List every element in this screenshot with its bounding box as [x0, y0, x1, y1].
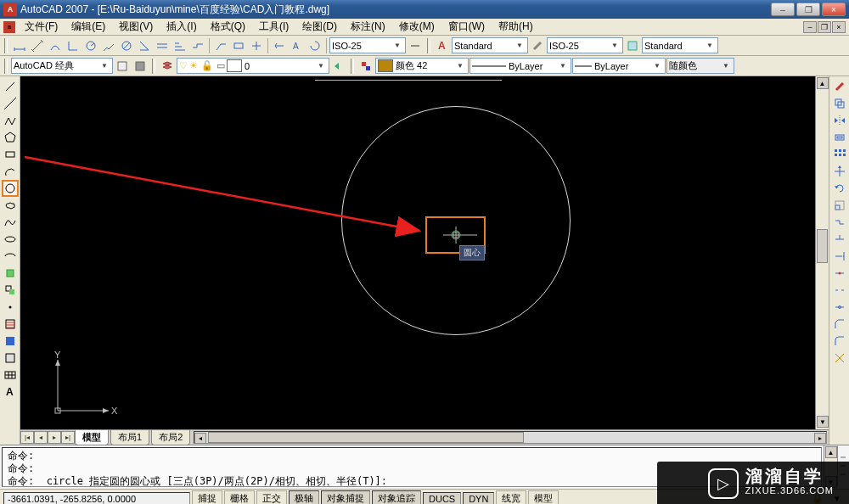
toolbar-gripper-2[interactable]: [427, 38, 430, 53]
tab-layout2[interactable]: 布局2: [151, 430, 190, 445]
plotstyle-dropdown[interactable]: 随颜色 ▼: [666, 58, 734, 74]
rotate-tool-icon[interactable]: [831, 180, 848, 197]
center-mark-icon[interactable]: [248, 37, 265, 54]
tab-last-icon[interactable]: ▸|: [61, 431, 75, 444]
move-tool-icon[interactable]: [831, 163, 848, 180]
dim-arc-icon[interactable]: [47, 37, 64, 54]
cmd-scroll-up-icon[interactable]: ▲: [825, 446, 837, 458]
coordinate-display[interactable]: -3661.0391, -265.8256, 0.0000: [3, 492, 190, 505]
dim-angular-icon[interactable]: [136, 37, 153, 54]
dim-update-icon[interactable]: [306, 37, 323, 54]
dim-diameter-icon[interactable]: [118, 37, 135, 54]
menu-view[interactable]: 视图(V): [112, 18, 160, 36]
extend-tool-icon[interactable]: [831, 248, 848, 265]
join-tool-icon[interactable]: [831, 299, 848, 316]
dim-edit-icon[interactable]: [271, 37, 288, 54]
stretch-tool-icon[interactable]: [831, 214, 848, 231]
line-tool-icon[interactable]: [2, 78, 19, 95]
tolerance-icon[interactable]: [230, 37, 247, 54]
text-style-dropdown-1[interactable]: Standard ▼: [452, 37, 528, 53]
polyline-tool-icon[interactable]: [2, 112, 19, 129]
status-dyn[interactable]: DYN: [463, 492, 494, 505]
dim-style-dropdown-1[interactable]: ISO-25 ▼: [329, 37, 406, 53]
toolbar-gripper-5[interactable]: [351, 59, 354, 74]
close-button[interactable]: ×: [822, 3, 846, 16]
minimize-button[interactable]: –: [771, 3, 795, 16]
dim-brush-icon[interactable]: [529, 37, 546, 54]
layer-previous-icon[interactable]: [330, 58, 347, 75]
menu-window[interactable]: 窗口(W): [441, 18, 492, 36]
status-osnap[interactable]: 对象捕捉: [321, 490, 370, 504]
xline-tool-icon[interactable]: [2, 95, 19, 112]
dim-ordinate-icon[interactable]: [65, 37, 82, 54]
menu-format[interactable]: 格式(Q): [204, 18, 252, 36]
circle-tool-icon[interactable]: [2, 180, 19, 197]
scroll-down-icon[interactable]: ▼: [817, 416, 829, 428]
point-tool-icon[interactable]: [2, 299, 19, 316]
tab-next-icon[interactable]: ▸: [48, 431, 61, 444]
table-tool-icon[interactable]: [2, 367, 19, 384]
color-flyout-icon[interactable]: [357, 58, 374, 75]
status-otrack[interactable]: 对象追踪: [372, 490, 421, 504]
status-grid[interactable]: 栅格: [224, 490, 255, 504]
mirror-tool-icon[interactable]: [831, 112, 848, 129]
layer-dropdown[interactable]: ♡ ☀ 🔓 ▭ 0 ▼: [177, 58, 329, 74]
dim-quick-icon[interactable]: [154, 37, 171, 54]
array-tool-icon[interactable]: [831, 146, 848, 163]
doc-minimize[interactable]: –: [803, 21, 817, 33]
text-style-icon-a[interactable]: A: [434, 37, 451, 54]
break-at-point-tool-icon[interactable]: [831, 265, 848, 282]
toolbar-gripper[interactable]: [4, 38, 8, 53]
erase-tool-icon[interactable]: [831, 78, 848, 95]
drawing-canvas[interactable]: 圆心 X Y ▲ ▼: [20, 76, 829, 445]
region-tool-icon[interactable]: [2, 350, 19, 367]
dim-radius-icon[interactable]: [82, 37, 99, 54]
ellipse-arc-tool-icon[interactable]: [2, 248, 19, 265]
leader-icon[interactable]: [212, 37, 229, 54]
dim-continue-icon[interactable]: [189, 37, 206, 54]
menu-help[interactable]: 帮助(H): [492, 18, 540, 36]
doc-close[interactable]: ×: [832, 21, 846, 33]
explode-tool-icon[interactable]: [831, 350, 848, 367]
tab-model[interactable]: 模型: [75, 430, 109, 445]
workspace-dropdown[interactable]: AutoCAD 经典 ▼: [11, 58, 113, 74]
toolbar-gripper-3[interactable]: [4, 59, 8, 74]
horizontal-scrollbar[interactable]: ◂ ▸: [194, 431, 827, 444]
tab-first-icon[interactable]: |◂: [20, 431, 34, 444]
copy-tool-icon[interactable]: [831, 95, 848, 112]
menu-insert[interactable]: 插入(I): [160, 18, 203, 36]
hscroll-left-icon[interactable]: ◂: [194, 433, 206, 444]
spline-tool-icon[interactable]: [2, 214, 19, 231]
hscroll-thumb[interactable]: [208, 432, 524, 443]
menu-file[interactable]: 文件(F): [18, 18, 65, 36]
scroll-thumb[interactable]: [817, 229, 828, 263]
status-lwt[interactable]: 线宽: [496, 490, 526, 504]
menu-tools[interactable]: 工具(I): [252, 18, 295, 36]
gradient-tool-icon[interactable]: [2, 333, 19, 350]
layer-manager-icon[interactable]: [159, 58, 176, 75]
status-ortho[interactable]: 正交: [256, 490, 287, 504]
status-snap[interactable]: 捕捉: [192, 490, 222, 504]
menu-modify[interactable]: 修改(M): [392, 18, 441, 36]
dim-style-control-icon[interactable]: [407, 37, 424, 54]
menu-edit[interactable]: 编辑(E): [65, 18, 112, 36]
make-block-tool-icon[interactable]: [2, 282, 19, 299]
offset-tool-icon[interactable]: [831, 129, 848, 146]
vertical-scrollbar[interactable]: ▲ ▼: [815, 76, 829, 429]
menu-draw[interactable]: 绘图(D): [295, 18, 344, 36]
linetype-dropdown[interactable]: ByLayer ▼: [469, 58, 571, 74]
scale-tool-icon[interactable]: [831, 197, 848, 214]
hscroll-right-icon[interactable]: ▸: [814, 433, 826, 444]
table-style-icon[interactable]: [624, 37, 641, 54]
tab-prev-icon[interactable]: ◂: [34, 431, 48, 444]
dim-baseline-icon[interactable]: [171, 37, 188, 54]
dim-linear-icon[interactable]: [11, 37, 28, 54]
status-ducs[interactable]: DUCS: [423, 492, 461, 505]
arc-tool-icon[interactable]: [2, 163, 19, 180]
dim-aligned-icon[interactable]: [29, 37, 46, 54]
dim-style-dropdown-2[interactable]: ISO-25 ▼: [547, 37, 623, 53]
polygon-tool-icon[interactable]: [2, 129, 19, 146]
dim-jogged-icon[interactable]: [100, 37, 117, 54]
insert-block-tool-icon[interactable]: [2, 265, 19, 282]
text-style-dropdown-2[interactable]: Standard ▼: [642, 37, 718, 53]
